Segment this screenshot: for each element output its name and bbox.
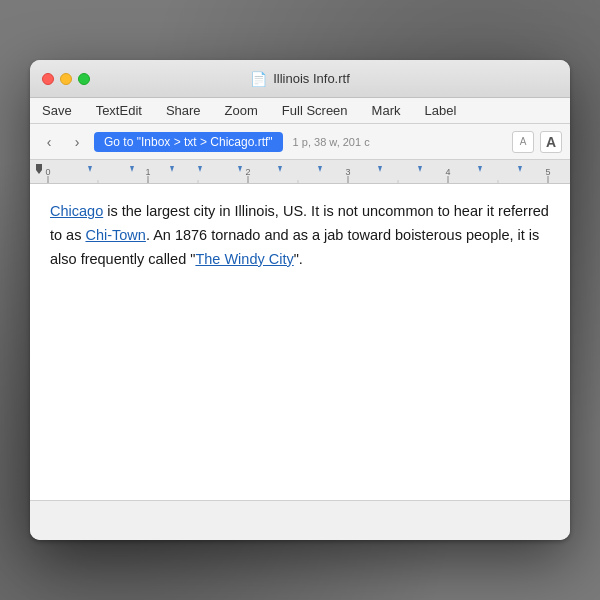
window-bottom-bar [30, 500, 570, 540]
menu-share[interactable]: Share [162, 101, 205, 120]
maximize-button[interactable] [78, 73, 90, 85]
tab-marker [36, 164, 42, 174]
svg-text:0: 0 [45, 167, 50, 177]
back-icon: ‹ [47, 134, 52, 150]
back-button[interactable]: ‹ [38, 131, 60, 153]
menu-fullscreen[interactable]: Full Screen [278, 101, 352, 120]
svg-text:2: 2 [245, 167, 250, 177]
forward-icon: › [75, 134, 80, 150]
svg-text:1: 1 [145, 167, 150, 177]
link-chitown[interactable]: Chi-Town [85, 227, 145, 243]
menu-mark[interactable]: Mark [368, 101, 405, 120]
svg-marker-4 [170, 166, 174, 172]
menubar: Save TextEdit Share Zoom Full Screen Mar… [30, 98, 570, 124]
minimize-button[interactable] [60, 73, 72, 85]
svg-marker-16 [418, 166, 422, 172]
svg-text:3: 3 [345, 167, 350, 177]
link-chicago[interactable]: Chicago [50, 203, 103, 219]
document-content[interactable]: Chicago is the largest city in Illinois,… [30, 184, 570, 500]
menu-textedit[interactable]: TextEdit [92, 101, 146, 120]
menu-zoom[interactable]: Zoom [221, 101, 262, 120]
menu-save[interactable]: Save [38, 101, 76, 120]
svg-marker-2 [88, 166, 92, 172]
svg-marker-15 [378, 166, 382, 172]
link-windy-city[interactable]: The Windy City [195, 251, 293, 267]
toolbar: ‹ › Go to "Inbox > txt > Chicago.rtf" 1 … [30, 124, 570, 160]
svg-marker-8 [238, 166, 242, 172]
ruler-svg: 0 1 2 3 4 5 [30, 160, 570, 184]
paragraph-1: Chicago is the largest city in Illinois,… [50, 200, 550, 272]
document-icon: 📄 [250, 71, 267, 87]
svg-marker-7 [198, 166, 202, 172]
menu-label[interactable]: Label [420, 101, 460, 120]
svg-text:4: 4 [445, 167, 450, 177]
increase-font-button[interactable]: A [540, 131, 562, 153]
svg-marker-12 [318, 166, 322, 172]
svg-marker-11 [278, 166, 282, 172]
decrease-font-button[interactable]: A [512, 131, 534, 153]
svg-marker-3 [130, 166, 134, 172]
window-title: Illinois Info.rtf [273, 71, 350, 86]
close-button[interactable] [42, 73, 54, 85]
traffic-lights [42, 73, 90, 85]
titlebar: 📄 Illinois Info.rtf [30, 60, 570, 98]
ruler: 0 1 2 3 4 5 [30, 160, 570, 184]
forward-button[interactable]: › [66, 131, 88, 153]
breadcrumb[interactable]: Go to "Inbox > txt > Chicago.rtf" [94, 132, 283, 152]
svg-text:5: 5 [545, 167, 550, 177]
app-window: 📄 Illinois Info.rtf Save TextEdit Share … [30, 60, 570, 540]
doc-stats: 1 p, 38 w, 201 c [293, 136, 370, 148]
window-title-group: 📄 Illinois Info.rtf [250, 71, 350, 87]
svg-marker-20 [518, 166, 522, 172]
svg-marker-19 [478, 166, 482, 172]
